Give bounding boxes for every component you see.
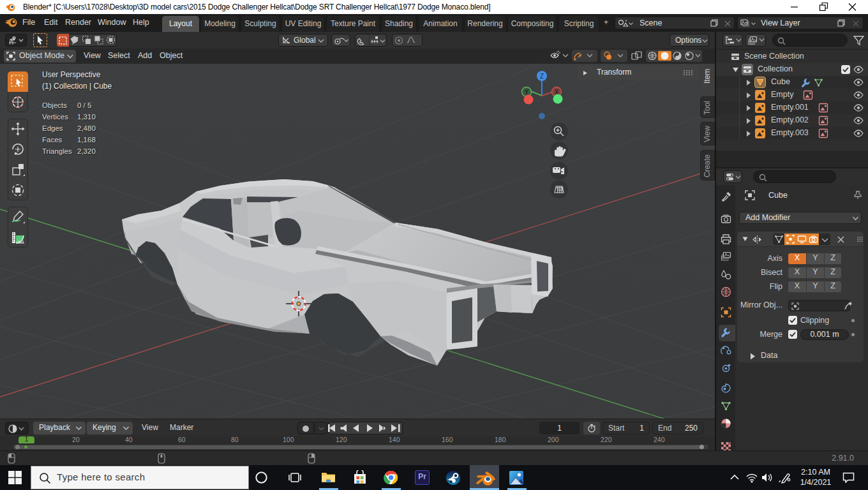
- svg-text:Y: Y: [525, 89, 529, 96]
- svg-text:Z: Z: [540, 73, 544, 80]
